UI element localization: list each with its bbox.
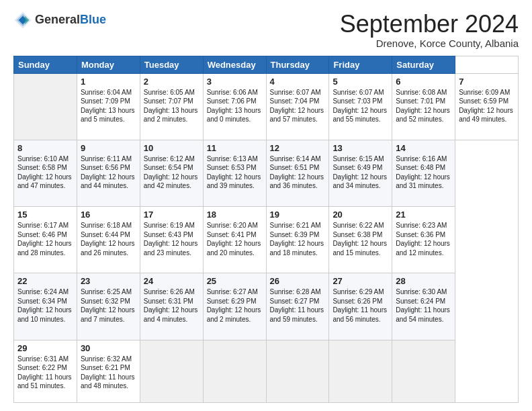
cell-info: Sunrise: 6:07 AMSunset: 7:03 PMDaylight:… xyxy=(332,88,388,124)
calendar-cell: 21Sunrise: 6:23 AMSunset: 6:36 PMDayligh… xyxy=(392,207,455,273)
day-number: 14 xyxy=(396,143,451,153)
calendar-table: SundayMondayTuesdayWednesdayThursdayFrid… xyxy=(13,56,519,403)
day-number: 10 xyxy=(144,143,200,153)
calendar-cell: 4Sunrise: 6:07 AMSunset: 7:04 PMDaylight… xyxy=(266,73,329,140)
col-header-tuesday: Tuesday xyxy=(140,56,203,73)
day-number: 8 xyxy=(17,143,73,153)
month-title: September 2024 xyxy=(340,11,519,38)
calendar-header-row: SundayMondayTuesdayWednesdayThursdayFrid… xyxy=(14,56,519,73)
cell-info: Sunrise: 6:25 AMSunset: 6:32 PMDaylight:… xyxy=(81,287,136,324)
cell-info: Sunrise: 6:17 AMSunset: 6:46 PMDaylight:… xyxy=(17,221,73,257)
day-number: 5 xyxy=(332,77,388,87)
calendar-cell: 20Sunrise: 6:22 AMSunset: 6:38 PMDayligh… xyxy=(329,207,392,273)
cell-info: Sunrise: 6:13 AMSunset: 6:53 PMDaylight:… xyxy=(207,154,263,191)
col-header-friday: Friday xyxy=(329,56,392,73)
day-number: 28 xyxy=(396,276,451,286)
cell-info: Sunrise: 6:09 AMSunset: 6:59 PMDaylight:… xyxy=(459,88,515,124)
cell-info: Sunrise: 6:20 AMSunset: 6:41 PMDaylight:… xyxy=(207,221,263,257)
calendar-cell: 5Sunrise: 6:07 AMSunset: 7:03 PMDaylight… xyxy=(329,73,392,140)
day-number: 7 xyxy=(459,77,515,87)
day-number: 23 xyxy=(81,276,136,286)
day-number: 30 xyxy=(81,343,136,353)
logo-text: GeneralBlue xyxy=(35,13,106,27)
day-number: 22 xyxy=(17,276,73,286)
calendar-cell: 15Sunrise: 6:17 AMSunset: 6:46 PMDayligh… xyxy=(14,207,77,273)
col-header-wednesday: Wednesday xyxy=(203,56,266,73)
calendar-cell: 18Sunrise: 6:20 AMSunset: 6:41 PMDayligh… xyxy=(203,207,266,273)
calendar-cell: 30Sunrise: 6:32 AMSunset: 6:21 PMDayligh… xyxy=(77,340,140,402)
calendar-cell: 10Sunrise: 6:12 AMSunset: 6:54 PMDayligh… xyxy=(140,140,203,206)
cell-info: Sunrise: 6:15 AMSunset: 6:49 PMDaylight:… xyxy=(332,154,388,191)
day-number: 12 xyxy=(270,143,326,153)
calendar-week-row: 8Sunrise: 6:10 AMSunset: 6:58 PMDaylight… xyxy=(14,140,519,206)
calendar-cell: 3Sunrise: 6:06 AMSunset: 7:06 PMDaylight… xyxy=(203,73,266,140)
header: GeneralBlue September 2024 Drenove, Korc… xyxy=(13,11,519,49)
day-number: 9 xyxy=(81,143,136,153)
logo: GeneralBlue xyxy=(13,11,106,30)
logo-blue: Blue xyxy=(80,13,106,26)
day-number: 2 xyxy=(144,77,200,87)
calendar-cell: 28Sunrise: 6:30 AMSunset: 6:24 PMDayligh… xyxy=(392,273,455,340)
logo-icon xyxy=(13,11,32,30)
col-header-monday: Monday xyxy=(77,56,140,73)
day-number: 29 xyxy=(17,343,73,353)
day-number: 11 xyxy=(207,143,263,153)
cell-info: Sunrise: 6:32 AMSunset: 6:21 PMDaylight:… xyxy=(81,355,136,391)
logo-general: General xyxy=(35,13,80,26)
calendar-cell xyxy=(203,340,266,402)
calendar-cell: 24Sunrise: 6:26 AMSunset: 6:31 PMDayligh… xyxy=(140,273,203,340)
calendar-cell: 14Sunrise: 6:16 AMSunset: 6:48 PMDayligh… xyxy=(392,140,455,206)
calendar-cell: 27Sunrise: 6:29 AMSunset: 6:26 PMDayligh… xyxy=(329,273,392,340)
cell-info: Sunrise: 6:12 AMSunset: 6:54 PMDaylight:… xyxy=(144,154,200,191)
cell-info: Sunrise: 6:22 AMSunset: 6:38 PMDaylight:… xyxy=(332,221,388,257)
title-block: September 2024 Drenove, Korce County, Al… xyxy=(340,11,519,49)
cell-info: Sunrise: 6:07 AMSunset: 7:04 PMDaylight:… xyxy=(270,88,326,124)
cell-info: Sunrise: 6:24 AMSunset: 6:34 PMDaylight:… xyxy=(17,287,73,324)
location: Drenove, Korce County, Albania xyxy=(340,38,519,49)
cell-info: Sunrise: 6:30 AMSunset: 6:24 PMDaylight:… xyxy=(396,287,451,324)
calendar-week-row: 1Sunrise: 6:04 AMSunset: 7:09 PMDaylight… xyxy=(14,73,519,140)
calendar-cell: 11Sunrise: 6:13 AMSunset: 6:53 PMDayligh… xyxy=(203,140,266,206)
calendar-cell: 12Sunrise: 6:14 AMSunset: 6:51 PMDayligh… xyxy=(266,140,329,206)
cell-info: Sunrise: 6:04 AMSunset: 7:09 PMDaylight:… xyxy=(81,88,136,124)
calendar-week-row: 29Sunrise: 6:31 AMSunset: 6:22 PMDayligh… xyxy=(14,340,519,402)
calendar-cell xyxy=(266,340,329,402)
day-number: 6 xyxy=(396,77,451,87)
col-header-saturday: Saturday xyxy=(392,56,455,73)
cell-info: Sunrise: 6:16 AMSunset: 6:48 PMDaylight:… xyxy=(396,154,451,191)
calendar-week-row: 22Sunrise: 6:24 AMSunset: 6:34 PMDayligh… xyxy=(14,273,519,340)
page: GeneralBlue September 2024 Drenove, Korc… xyxy=(0,0,532,411)
calendar-cell: 29Sunrise: 6:31 AMSunset: 6:22 PMDayligh… xyxy=(14,340,77,402)
cell-info: Sunrise: 6:18 AMSunset: 6:44 PMDaylight:… xyxy=(81,221,136,257)
calendar-cell: 19Sunrise: 6:21 AMSunset: 6:39 PMDayligh… xyxy=(266,207,329,273)
cell-info: Sunrise: 6:14 AMSunset: 6:51 PMDaylight:… xyxy=(270,154,326,191)
cell-info: Sunrise: 6:26 AMSunset: 6:31 PMDaylight:… xyxy=(144,287,200,324)
day-number: 15 xyxy=(17,210,73,220)
day-number: 1 xyxy=(81,77,136,87)
day-number: 3 xyxy=(207,77,263,87)
cell-info: Sunrise: 6:19 AMSunset: 6:43 PMDaylight:… xyxy=(144,221,200,257)
day-number: 13 xyxy=(332,143,388,153)
cell-info: Sunrise: 6:08 AMSunset: 7:01 PMDaylight:… xyxy=(396,88,451,124)
day-number: 27 xyxy=(332,276,388,286)
calendar-cell xyxy=(140,340,203,402)
calendar-cell: 13Sunrise: 6:15 AMSunset: 6:49 PMDayligh… xyxy=(329,140,392,206)
calendar-cell: 7Sunrise: 6:09 AMSunset: 6:59 PMDaylight… xyxy=(455,73,519,140)
day-number: 20 xyxy=(332,210,388,220)
calendar-cell: 6Sunrise: 6:08 AMSunset: 7:01 PMDaylight… xyxy=(392,73,455,140)
calendar-cell xyxy=(392,340,455,402)
calendar-cell: 8Sunrise: 6:10 AMSunset: 6:58 PMDaylight… xyxy=(14,140,77,206)
cell-info: Sunrise: 6:06 AMSunset: 7:06 PMDaylight:… xyxy=(207,88,263,124)
col-header-sunday: Sunday xyxy=(14,56,77,73)
day-number: 24 xyxy=(144,276,200,286)
cell-info: Sunrise: 6:21 AMSunset: 6:39 PMDaylight:… xyxy=(270,221,326,257)
day-number: 16 xyxy=(81,210,136,220)
cell-info: Sunrise: 6:23 AMSunset: 6:36 PMDaylight:… xyxy=(396,221,451,257)
cell-info: Sunrise: 6:29 AMSunset: 6:26 PMDaylight:… xyxy=(332,287,388,324)
cell-info: Sunrise: 6:05 AMSunset: 7:07 PMDaylight:… xyxy=(144,88,200,124)
cell-info: Sunrise: 6:28 AMSunset: 6:27 PMDaylight:… xyxy=(270,287,326,324)
calendar-cell: 2Sunrise: 6:05 AMSunset: 7:07 PMDaylight… xyxy=(140,73,203,140)
calendar-cell xyxy=(14,73,77,140)
day-number: 21 xyxy=(396,210,451,220)
cell-info: Sunrise: 6:27 AMSunset: 6:29 PMDaylight:… xyxy=(207,287,263,324)
